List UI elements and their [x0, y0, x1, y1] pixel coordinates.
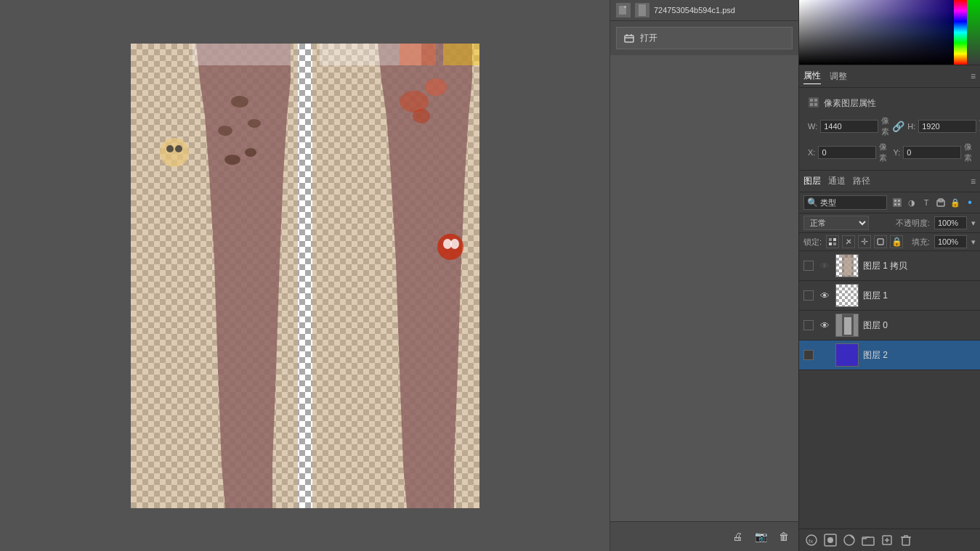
print-button[interactable]: 🖨	[729, 528, 746, 545]
active-filter-dot: •	[964, 197, 976, 208]
svg-point-3	[218, 126, 232, 136]
layer-fx-button[interactable]: fx	[803, 532, 819, 548]
svg-point-15	[175, 145, 182, 152]
svg-text:fx: fx	[809, 538, 813, 544]
layer-item[interactable]: 👁 图层 1 拷贝	[799, 251, 980, 281]
svg-rect-38	[878, 239, 883, 245]
layers-panel: 图层 通道 路径 ≡ 🔍 ◑	[799, 171, 980, 551]
layers-toolbar: 🔍 ◑ T	[799, 192, 980, 213]
file-header: 724753054b594c1.psd	[610, 0, 798, 21]
layer-group-button[interactable]	[860, 532, 876, 548]
layer-delete-button[interactable]	[898, 532, 914, 548]
color-alpha-slider[interactable]	[967, 0, 980, 65]
opacity-arrow[interactable]: ▾	[971, 219, 976, 228]
middle-content-area	[610, 55, 798, 521]
svg-point-6	[245, 148, 256, 157]
tab-adjustments[interactable]: 调整	[830, 69, 847, 84]
svg-point-14	[166, 145, 174, 152]
prop-section-label: 像素图层属性	[824, 97, 876, 110]
lock-transparent-icon[interactable]	[826, 235, 839, 248]
filter-icons: ◑ T 🔒 •	[891, 197, 976, 208]
h-input[interactable]	[918, 120, 976, 133]
search-icon: 🔍	[807, 197, 818, 208]
smart-filter-icon[interactable]: 🔒	[949, 197, 961, 208]
svg-point-12	[450, 239, 459, 249]
layer-visibility-toggle[interactable]	[818, 348, 831, 362]
link-icon[interactable]: 🔗	[892, 121, 904, 132]
layer-checkbox[interactable]	[803, 290, 814, 301]
layer-name: 图层 2	[863, 349, 976, 362]
file-name: 724753054b594c1.psd	[654, 6, 793, 15]
right-panel: 属性 调整 ≡ 像素图层属性 W: 像素 🔗 H: 像素	[798, 0, 980, 551]
pixel-filter-icon[interactable]	[891, 197, 903, 208]
camera-button[interactable]: 📷	[752, 528, 769, 545]
layer-visibility-toggle[interactable]: 👁	[818, 289, 831, 302]
svg-rect-30	[894, 203, 896, 205]
layer-checkbox[interactable]	[803, 350, 814, 360]
layers-menu-icon[interactable]: ≡	[971, 176, 976, 187]
lock-paint-icon[interactable]	[842, 235, 855, 248]
w-unit: 像素	[881, 115, 889, 137]
layer-checkbox[interactable]	[803, 261, 814, 271]
svg-rect-19	[624, 6, 626, 8]
open-button[interactable]: 打开	[616, 27, 793, 49]
text-filter-icon[interactable]: T	[920, 197, 932, 208]
open-button-area: 打开	[610, 21, 798, 55]
lock-icons: ✛ 🔒	[826, 235, 903, 248]
layer-item[interactable]: 👁 图层 1	[799, 281, 980, 311]
layer-checkbox[interactable]	[803, 320, 814, 330]
color-spectrum-slider[interactable]	[954, 0, 967, 65]
properties-tabs: 属性 调整 ≡	[799, 65, 980, 88]
prop-section-icon	[808, 97, 819, 110]
panel-menu-icon[interactable]: ≡	[971, 71, 976, 81]
layer-thumbnail	[835, 284, 859, 307]
shape-filter-icon[interactable]	[935, 197, 947, 208]
delete-button[interactable]: 🗑	[775, 528, 793, 545]
file-type-icon	[616, 3, 631, 17]
middle-panel: 724753054b594c1.psd 打开 🖨 📷 🗑	[610, 0, 798, 551]
eye-visible-icon: 👁	[820, 320, 830, 331]
fill-arrow[interactable]: ▾	[971, 237, 976, 247]
layer-search-input[interactable]	[820, 198, 864, 207]
properties-section-title: 像素图层属性	[803, 92, 976, 113]
layer-adjustment-button[interactable]	[841, 532, 857, 548]
y-input[interactable]	[903, 146, 961, 159]
tab-properties[interactable]: 属性	[803, 68, 821, 84]
layers-footer: fx	[799, 528, 980, 551]
canvas-image	[131, 44, 479, 508]
svg-rect-17	[443, 44, 479, 65]
blend-mode-row: 正常 不透明度: ▾	[799, 213, 980, 233]
open-icon	[624, 33, 634, 44]
y-label: Y:	[893, 148, 900, 157]
layers-list: 👁 图层 1 拷贝 👁	[799, 251, 980, 528]
layer-item-active[interactable]: 图层 2	[799, 340, 980, 370]
svg-rect-23	[810, 99, 813, 102]
layers-tabs: 图层 通道 路径 ≡	[799, 171, 980, 192]
color-gradient-picker[interactable]	[799, 0, 954, 65]
layer-item[interactable]: 👁 图层 0	[799, 311, 980, 340]
tab-layers[interactable]: 图层	[803, 174, 821, 189]
h-label: H:	[907, 122, 915, 131]
x-input[interactable]	[818, 146, 876, 159]
tab-paths[interactable]: 路径	[853, 174, 870, 189]
tab-channels[interactable]: 通道	[828, 174, 846, 189]
lock-all-icon[interactable]: 🔒	[890, 235, 903, 248]
adjustment-filter-icon[interactable]: ◑	[906, 197, 918, 208]
svg-point-44	[827, 537, 833, 543]
lock-move-icon[interactable]: ✛	[858, 235, 871, 248]
file-thumbnail	[635, 3, 649, 17]
opacity-input[interactable]	[934, 216, 967, 229]
lock-artboard-icon[interactable]	[874, 235, 887, 248]
layer-search-box: 🔍	[803, 195, 887, 210]
svg-rect-48	[902, 537, 910, 545]
layer-new-button[interactable]	[879, 532, 895, 548]
layer-visibility-toggle[interactable]: 👁	[818, 319, 831, 332]
layer-visibility-toggle[interactable]: 👁	[818, 259, 831, 272]
layer-mask-button[interactable]	[822, 532, 838, 548]
canvas-wrapper	[131, 44, 479, 508]
fill-input[interactable]	[934, 235, 967, 248]
w-input[interactable]	[820, 120, 878, 133]
layer-thumbnail	[835, 314, 859, 337]
blend-mode-select[interactable]: 正常	[803, 216, 869, 230]
svg-rect-37	[833, 242, 836, 245]
